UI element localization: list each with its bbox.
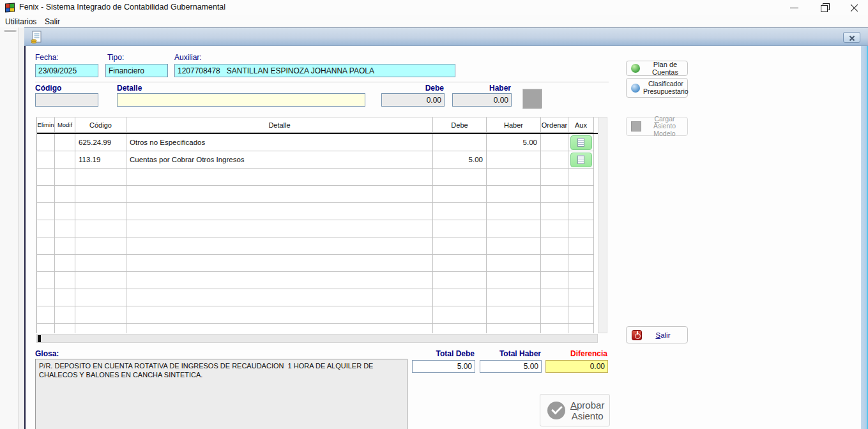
- cell-debe: [433, 255, 487, 272]
- cell-codigo: [75, 306, 126, 324]
- table-row[interactable]: [37, 306, 598, 324]
- clasificador-label: Clasificador Presupuestario: [643, 80, 691, 95]
- table-row[interactable]: 625.24.99Otros no Especificados5.00: [37, 134, 598, 151]
- table-row[interactable]: [37, 237, 598, 255]
- table-row[interactable]: [37, 220, 598, 237]
- haber-label: Haber: [473, 84, 511, 93]
- cell-elimin: [37, 272, 55, 289]
- debe-input[interactable]: [381, 93, 445, 107]
- detalle-label: Detalle: [117, 84, 142, 93]
- cell-debe: [433, 237, 487, 255]
- cell-modif: [55, 255, 75, 272]
- codigo-input[interactable]: [35, 93, 98, 107]
- cell-elimin: [37, 134, 55, 151]
- diferencia-field: [545, 360, 608, 373]
- cell-aux: [568, 324, 594, 333]
- cell-modif: [55, 324, 75, 333]
- cell-haber: [487, 186, 541, 203]
- total-debe-label: Total Debe: [412, 349, 475, 358]
- plan-de-cuentas-button[interactable]: Plan de Cuentas: [626, 61, 688, 76]
- cell-modif: [55, 186, 75, 203]
- table-row[interactable]: [37, 169, 598, 186]
- table-row[interactable]: [37, 186, 598, 203]
- table-row[interactable]: 113.19Cuentas por Cobrar Otros Ingresos5…: [37, 151, 598, 169]
- cell-modif: [55, 134, 75, 151]
- check-circle-icon: [547, 402, 565, 419]
- cell-codigo: [75, 220, 126, 237]
- cell-haber: 5.00: [487, 134, 541, 151]
- cell-detalle: [126, 220, 433, 237]
- cell-debe: [433, 289, 487, 306]
- close-icon[interactable]: [842, 0, 867, 15]
- table-horizontal-scrollbar[interactable]: [36, 334, 598, 343]
- notepad-icon: [577, 138, 584, 147]
- application-window: Fenix - Sistema Integrado de Contabilida…: [0, 0, 868, 429]
- cell-detalle: [126, 255, 433, 272]
- cell-detalle: Otros no Especificados: [126, 134, 433, 151]
- header-detalle: Detalle: [126, 117, 433, 133]
- cell-ordenar: [541, 272, 568, 289]
- cell-codigo: [75, 324, 126, 333]
- cell-debe: [433, 220, 487, 237]
- cell-aux: [568, 289, 594, 306]
- minimize-icon[interactable]: [782, 0, 807, 15]
- cell-haber: [487, 324, 541, 333]
- salir-button[interactable]: Salir: [626, 326, 688, 343]
- blank-square-button[interactable]: [522, 89, 542, 109]
- menu-item-salir[interactable]: Salir: [42, 17, 63, 27]
- auxiliar-label: Auxiliar:: [174, 53, 202, 62]
- cell-codigo: [75, 289, 126, 306]
- entry-table-body: 625.24.99Otros no Especificados5.00113.1…: [37, 134, 598, 333]
- cell-aux: [568, 203, 594, 220]
- cell-elimin: [37, 203, 55, 220]
- cell-modif: [55, 306, 75, 324]
- cell-codigo: [75, 237, 126, 255]
- aux-button[interactable]: [570, 135, 592, 150]
- cell-debe: [433, 134, 487, 151]
- cell-modif: [55, 220, 75, 237]
- cell-detalle: Cuentas por Cobrar Otros Ingresos: [126, 151, 433, 169]
- menu-item-utilitarios[interactable]: Utilitarios: [3, 17, 39, 27]
- table-row[interactable]: [37, 272, 598, 289]
- restore-icon[interactable]: [812, 0, 838, 15]
- table-vertical-scrollbar[interactable]: [598, 117, 607, 333]
- scrollbar-thumb[interactable]: [38, 335, 41, 342]
- cell-haber: [487, 203, 541, 220]
- tipo-input[interactable]: [105, 64, 168, 77]
- cell-aux: [568, 272, 594, 289]
- cell-codigo: [75, 203, 126, 220]
- aprobar-asiento-button[interactable]: Aprobar Asiento: [540, 394, 610, 426]
- cell-detalle: [126, 272, 433, 289]
- table-row[interactable]: [37, 203, 598, 220]
- glosa-textarea[interactable]: P/R. DEPOSITO EN CUENTA ROTATIVA DE INGR…: [35, 359, 407, 429]
- menu-bar: Utilitarios Salir: [0, 15, 868, 27]
- panel-grip[interactable]: [4, 30, 17, 32]
- detalle-input[interactable]: [117, 93, 365, 107]
- fecha-input[interactable]: [35, 64, 98, 77]
- cell-aux: [568, 237, 594, 255]
- cell-ordenar: [541, 151, 568, 169]
- aux-button[interactable]: [570, 153, 592, 167]
- cell-aux: [568, 134, 594, 151]
- cell-debe: [433, 186, 487, 203]
- haber-input[interactable]: [452, 93, 512, 107]
- cargar-asiento-modelo-button[interactable]: Cargar Asiento Modelo: [626, 117, 688, 136]
- cell-codigo: 113.19: [75, 151, 126, 169]
- cell-debe: [433, 324, 487, 333]
- auxiliar-input[interactable]: [174, 64, 455, 77]
- table-row[interactable]: [37, 324, 598, 333]
- cell-modif: [55, 203, 75, 220]
- cell-modif: [55, 237, 75, 255]
- window-title: Fenix - Sistema Integrado de Contabilida…: [19, 3, 225, 11]
- clasificador-presupuestario-button[interactable]: Clasificador Presupuestario: [626, 78, 688, 98]
- child-close-icon[interactable]: [843, 32, 860, 43]
- table-row[interactable]: [37, 289, 598, 306]
- cell-aux: [568, 220, 594, 237]
- cell-haber: [487, 220, 541, 237]
- cell-elimin: [37, 169, 55, 186]
- header-codigo: Código: [75, 117, 126, 133]
- table-row[interactable]: [37, 255, 598, 272]
- cell-modif: [55, 151, 75, 169]
- cell-elimin: [37, 306, 55, 324]
- cell-elimin: [37, 237, 55, 255]
